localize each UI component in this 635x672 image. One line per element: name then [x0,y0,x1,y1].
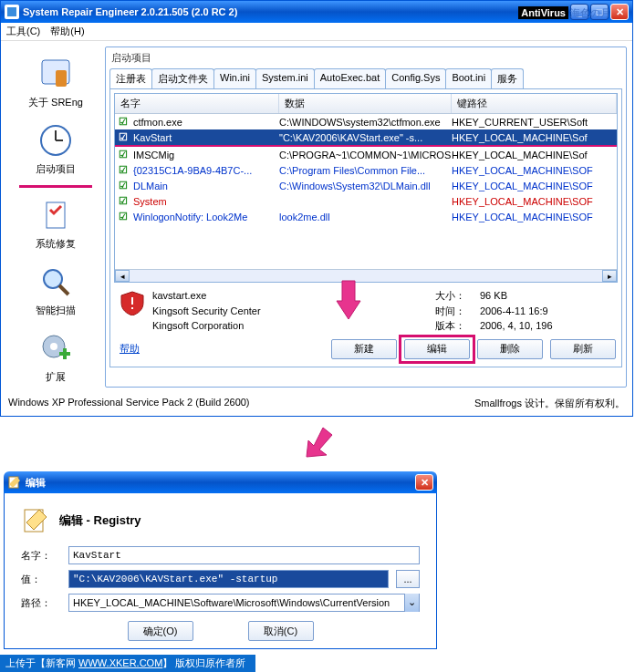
tab-bar: 注册表 启动文件夹 Win.ini System.ini AutoExec.ba… [108,67,624,88]
tab-startup-folder[interactable]: 启动文件夹 [151,68,214,88]
scroll-right[interactable]: ▸ [602,270,617,282]
name-label: 名字： [21,549,61,563]
value-label: 值： [21,573,61,586]
app-icon [5,5,19,19]
version-value: 2006, 4, 10, 196 [480,318,553,334]
cell-key: HKEY_LOCAL_MACHINE\SOF [452,165,617,176]
checkbox-icon[interactable]: ☑ [115,164,131,176]
tab-configsys[interactable]: Config.Sys [385,68,446,88]
name-input[interactable] [68,546,420,564]
checkbox-icon[interactable]: ☑ [115,149,131,160]
sidebar-item-startup[interactable]: 启动项目 [32,119,79,180]
cell-name: DLMain [131,181,279,191]
menu-bar[interactable]: 工具(C) 帮助(H) [1,23,632,41]
chevron-down-icon[interactable]: ⌄ [404,594,419,612]
checkbox-icon[interactable]: ☑ [115,116,131,128]
about-icon [37,56,74,92]
dialog-close-button[interactable]: ✕ [415,474,433,491]
tab-winini[interactable]: Win.ini [213,68,256,88]
cancel-button[interactable]: 取消(C) [248,621,314,641]
svg-point-11 [50,343,57,350]
cell-data: "C:\KAV2006\KAVStart.exe" -s... [279,132,452,143]
size-label: 大小： [435,288,465,304]
path-combo[interactable]: HKEY_LOCAL_MACHINE\Software\Microsoft\Wi… [68,594,420,612]
menu-help[interactable]: 帮助(H) [50,26,84,36]
list-header[interactable]: 名字 数据 键路径 [115,94,617,114]
os-info: Windows XP Professional Service Pack 2 (… [8,397,250,408]
cell-name: {02315C1A-9BA9-4B7C-... [131,165,279,176]
dialog-title: 编辑 [26,476,415,490]
table-row[interactable]: ☑ctfmon.exeC:\WINDOWS\system32\ctfmon.ex… [115,114,617,129]
edit-button[interactable]: 编辑 [404,339,470,359]
col-header-key[interactable]: 键路径 [452,94,617,113]
shield-icon [120,290,145,315]
details-pane: kavstart.exe Kingsoft Security Center Ki… [114,283,618,336]
cell-name: ctfmon.exe [131,117,279,128]
detail-company: Kingsoft Corporation [152,318,335,334]
status-bar: Windows XP Professional Service Pack 2 (… [1,393,632,416]
delete-button[interactable]: 删除 [477,339,543,359]
connector-arrow [0,417,635,468]
sidebar-item-scan[interactable]: 智能扫描 [32,260,79,321]
sidebar-item-about[interactable]: 关于 SREng [25,52,87,113]
credit: Smallfrogs 设计。保留所有权利。 [474,397,625,410]
group-title: 启动项目 [108,49,624,67]
table-row[interactable]: ☑DLMainC:\Windows\System32\DLMain.dllHKE… [115,178,617,193]
menu-tools[interactable]: 工具(C) [6,26,40,36]
cell-key: HKEY_LOCAL_MACHINE\SOF [452,181,617,191]
clock-icon [37,122,74,159]
scroll-left[interactable]: ◂ [115,270,130,282]
table-row[interactable]: ☑WinlogonNotify: Look2Melook2me.dllHKEY_… [115,209,617,224]
horizontal-scrollbar[interactable]: ◂ ▸ [115,269,617,282]
tab-bootini[interactable]: Boot.ini [445,68,492,88]
col-header-data[interactable]: 数据 [279,94,452,113]
time-label: 时间： [435,304,465,319]
checkbox-icon[interactable]: ☑ [115,131,131,143]
checkbox-icon[interactable]: ☑ [115,195,131,207]
help-link[interactable]: 帮助 [120,342,140,356]
sidebar-item-repair[interactable]: 系统修复 [32,193,79,254]
table-row[interactable]: ☑IMSCMigC:\PROGRA~1\COMMON~1\MICROS...HK… [115,147,617,162]
value-input[interactable] [68,570,389,588]
svg-line-9 [59,285,68,295]
cell-data: look2me.dll [279,212,452,222]
cell-key: HKEY_LOCAL_MACHINE\Sof [452,150,617,160]
time-value: 2006-4-11 16:9 [480,304,553,319]
scroll-track[interactable] [130,270,602,282]
tab-autoexec[interactable]: AutoExec.bat [314,68,386,88]
close-button[interactable]: ✕ [610,4,629,20]
button-row: 帮助 新建 编辑 删除 刷新 [114,336,618,363]
tab-panel: 名字 数据 键路径 ☑ctfmon.exeC:\WINDOWS\system32… [109,88,622,367]
ok-button[interactable]: 确定(O) [128,621,193,641]
cell-name: KavStart [131,132,279,143]
gear-plus-icon [37,330,74,367]
dialog-titlebar[interactable]: 编辑 ✕ [4,471,437,493]
dialog-icon [7,475,22,490]
sidebar-item-extend[interactable]: 扩展 [34,326,78,388]
cell-key: HKEY_LOCAL_MACHINE\SOF [452,212,617,222]
checkbox-icon[interactable]: ☑ [115,211,131,222]
col-header-name[interactable]: 名字 [115,94,279,113]
table-row[interactable]: ☑SystemHKEY_LOCAL_MACHINE\SOF [115,193,617,209]
tab-systemini[interactable]: System.ini [255,68,315,88]
magnifier-icon [37,264,74,300]
list-view[interactable]: 名字 数据 键路径 ☑ctfmon.exeC:\WINDOWS\system32… [114,93,618,283]
tab-services[interactable]: 服务 [491,68,524,88]
refresh-button[interactable]: 刷新 [550,339,616,359]
main-window: System Repair Engineer 2.0.21.505 (2.0 R… [0,0,633,417]
checkbox-icon[interactable]: ☑ [115,180,131,191]
pink-arrow-icon [299,424,336,460]
tab-registry[interactable]: 注册表 [109,68,152,88]
source-link[interactable]: WWW.XKER.COM [78,657,162,668]
table-row[interactable]: ☑KavStart"C:\KAV2006\KAVStart.exe" -s...… [115,129,617,145]
svg-rect-13 [63,348,67,359]
cell-key: HKEY_CURRENT_USER\Soft [452,117,617,128]
new-button[interactable]: 新建 [331,339,397,359]
cell-name: IMSCMig [131,150,279,160]
cell-key: HKEY_LOCAL_MACHINE\Sof [452,132,617,143]
table-row[interactable]: ☑{02315C1A-9BA9-4B7C-...C:\Program Files… [115,162,617,178]
edit-note-icon [21,506,50,535]
version-label: 版本： [435,318,465,334]
browse-button[interactable]: ... [396,570,420,588]
detail-filename: kavstart.exe [152,288,335,304]
